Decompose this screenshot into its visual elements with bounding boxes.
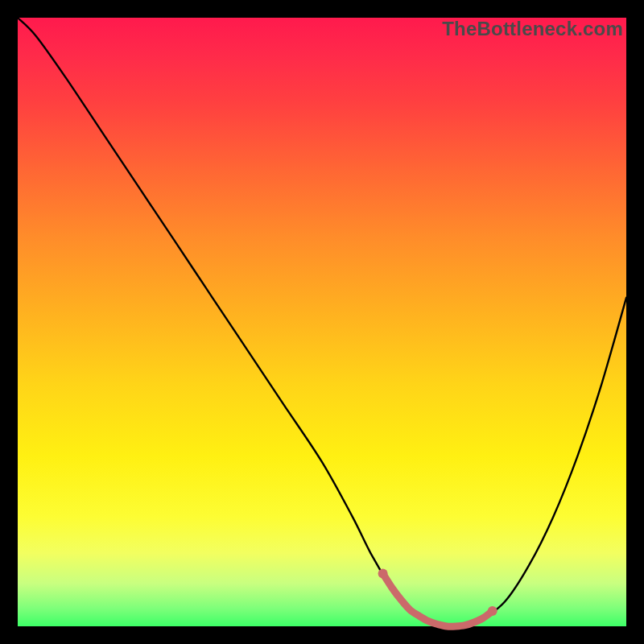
plot-area: TheBottleneck.com <box>18 18 626 626</box>
highlight-end-dot <box>488 606 497 616</box>
chart-stage: TheBottleneck.com <box>0 0 644 644</box>
highlight-start-dot <box>378 569 388 579</box>
optimal-range-highlight <box>383 574 493 627</box>
curve-layer <box>18 18 626 626</box>
bottleneck-curve-path <box>18 18 626 627</box>
